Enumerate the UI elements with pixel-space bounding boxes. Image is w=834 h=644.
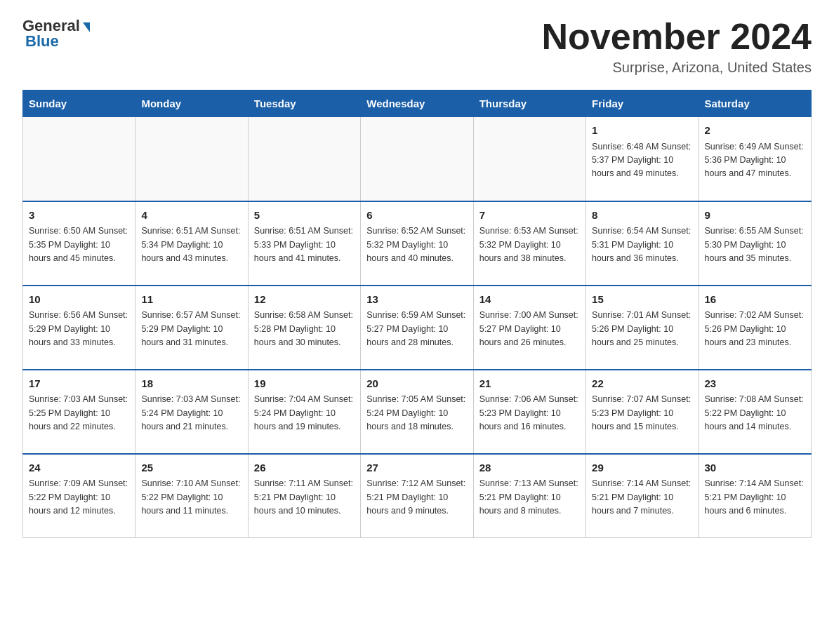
day-info: Sunrise: 6:51 AM Sunset: 5:33 PM Dayligh…: [254, 224, 355, 265]
calendar-cell: 5Sunrise: 6:51 AM Sunset: 5:33 PM Daylig…: [248, 201, 360, 286]
day-info: Sunrise: 7:14 AM Sunset: 5:21 PM Dayligh…: [592, 477, 692, 518]
day-info: Sunrise: 7:07 AM Sunset: 5:23 PM Dayligh…: [592, 393, 692, 434]
day-info: Sunrise: 7:13 AM Sunset: 5:21 PM Dayligh…: [479, 477, 580, 518]
day-number: 8: [592, 208, 692, 224]
calendar-cell: 1Sunrise: 6:48 AM Sunset: 5:37 PM Daylig…: [586, 117, 699, 201]
weekday-header-tuesday: Tuesday: [248, 90, 360, 117]
day-number: 4: [141, 208, 241, 224]
day-info: Sunrise: 7:11 AM Sunset: 5:21 PM Dayligh…: [254, 477, 355, 518]
calendar-cell: 23Sunrise: 7:08 AM Sunset: 5:22 PM Dayli…: [699, 370, 811, 454]
day-info: Sunrise: 6:55 AM Sunset: 5:30 PM Dayligh…: [705, 224, 805, 265]
day-number: 21: [479, 376, 580, 392]
day-info: Sunrise: 7:10 AM Sunset: 5:22 PM Dayligh…: [141, 477, 241, 518]
day-info: Sunrise: 6:58 AM Sunset: 5:28 PM Dayligh…: [254, 309, 355, 349]
calendar-week-row: 3Sunrise: 6:50 AM Sunset: 5:35 PM Daylig…: [23, 201, 812, 286]
calendar-cell: 27Sunrise: 7:12 AM Sunset: 5:21 PM Dayli…: [361, 454, 473, 538]
calendar-cell: 7Sunrise: 6:53 AM Sunset: 5:32 PM Daylig…: [473, 201, 585, 286]
weekday-header-saturday: Saturday: [699, 90, 811, 117]
calendar-cell: 11Sunrise: 6:57 AM Sunset: 5:29 PM Dayli…: [135, 286, 248, 370]
day-number: 9: [705, 208, 805, 224]
day-number: 14: [479, 292, 580, 308]
day-info: Sunrise: 6:48 AM Sunset: 5:37 PM Dayligh…: [592, 140, 692, 181]
calendar-table: SundayMondayTuesdayWednesdayThursdayFrid…: [22, 90, 812, 538]
day-number: 11: [141, 292, 241, 308]
day-info: Sunrise: 7:08 AM Sunset: 5:22 PM Dayligh…: [705, 393, 805, 434]
day-info: Sunrise: 6:51 AM Sunset: 5:34 PM Dayligh…: [141, 224, 241, 265]
day-number: 12: [254, 292, 355, 308]
day-number: 5: [254, 208, 355, 224]
calendar-week-row: 1Sunrise: 6:48 AM Sunset: 5:37 PM Daylig…: [23, 117, 812, 201]
calendar-cell: [248, 117, 360, 201]
day-number: 10: [29, 292, 129, 308]
calendar-cell: 21Sunrise: 7:06 AM Sunset: 5:23 PM Dayli…: [473, 370, 585, 454]
calendar-cell: 4Sunrise: 6:51 AM Sunset: 5:34 PM Daylig…: [135, 201, 248, 286]
day-info: Sunrise: 6:57 AM Sunset: 5:29 PM Dayligh…: [141, 309, 241, 349]
weekday-header-monday: Monday: [135, 90, 248, 117]
day-number: 30: [705, 460, 805, 476]
day-number: 13: [366, 292, 467, 308]
day-info: Sunrise: 6:56 AM Sunset: 5:29 PM Dayligh…: [29, 309, 129, 349]
calendar-cell: 17Sunrise: 7:03 AM Sunset: 5:25 PM Dayli…: [23, 370, 135, 454]
day-info: Sunrise: 7:02 AM Sunset: 5:26 PM Dayligh…: [705, 309, 805, 349]
calendar-cell: 18Sunrise: 7:03 AM Sunset: 5:24 PM Dayli…: [135, 370, 248, 454]
calendar-cell: 29Sunrise: 7:14 AM Sunset: 5:21 PM Dayli…: [586, 454, 699, 538]
day-number: 7: [479, 208, 580, 224]
day-info: Sunrise: 7:00 AM Sunset: 5:27 PM Dayligh…: [479, 309, 580, 349]
calendar-cell: 26Sunrise: 7:11 AM Sunset: 5:21 PM Dayli…: [248, 454, 360, 538]
logo-blue-text: Blue: [25, 32, 59, 51]
day-number: 28: [479, 460, 580, 476]
calendar-cell: 15Sunrise: 7:01 AM Sunset: 5:26 PM Dayli…: [586, 286, 699, 370]
calendar-cell: 16Sunrise: 7:02 AM Sunset: 5:26 PM Dayli…: [699, 286, 811, 370]
calendar-cell: 20Sunrise: 7:05 AM Sunset: 5:24 PM Dayli…: [361, 370, 473, 454]
calendar-cell: 28Sunrise: 7:13 AM Sunset: 5:21 PM Dayli…: [473, 454, 585, 538]
calendar-week-row: 24Sunrise: 7:09 AM Sunset: 5:22 PM Dayli…: [23, 454, 812, 538]
title-area: November 2024 Surprise, Arizona, United …: [542, 17, 812, 76]
day-number: 2: [705, 123, 805, 139]
weekday-header-row: SundayMondayTuesdayWednesdayThursdayFrid…: [23, 90, 812, 117]
calendar-cell: 8Sunrise: 6:54 AM Sunset: 5:31 PM Daylig…: [586, 201, 699, 286]
calendar-cell: 25Sunrise: 7:10 AM Sunset: 5:22 PM Dayli…: [135, 454, 248, 538]
day-number: 19: [254, 376, 355, 392]
day-info: Sunrise: 7:01 AM Sunset: 5:26 PM Dayligh…: [592, 309, 692, 349]
calendar-week-row: 17Sunrise: 7:03 AM Sunset: 5:25 PM Dayli…: [23, 370, 812, 454]
calendar-cell: 19Sunrise: 7:04 AM Sunset: 5:24 PM Dayli…: [248, 370, 360, 454]
day-info: Sunrise: 6:59 AM Sunset: 5:27 PM Dayligh…: [366, 309, 467, 349]
calendar-cell: 2Sunrise: 6:49 AM Sunset: 5:36 PM Daylig…: [699, 117, 811, 201]
day-number: 6: [366, 208, 467, 224]
day-info: Sunrise: 7:09 AM Sunset: 5:22 PM Dayligh…: [29, 477, 129, 518]
day-number: 16: [705, 292, 805, 308]
location-subtitle: Surprise, Arizona, United States: [542, 60, 812, 76]
day-number: 18: [141, 376, 241, 392]
calendar-cell: 30Sunrise: 7:14 AM Sunset: 5:21 PM Dayli…: [699, 454, 811, 538]
day-number: 23: [705, 376, 805, 392]
calendar-week-row: 10Sunrise: 6:56 AM Sunset: 5:29 PM Dayli…: [23, 286, 812, 370]
weekday-header-thursday: Thursday: [473, 90, 585, 117]
weekday-header-wednesday: Wednesday: [361, 90, 473, 117]
day-number: 20: [366, 376, 467, 392]
day-number: 17: [29, 376, 129, 392]
month-title: November 2024: [542, 17, 812, 57]
weekday-header-sunday: Sunday: [23, 90, 135, 117]
day-number: 1: [592, 123, 692, 139]
day-info: Sunrise: 7:06 AM Sunset: 5:23 PM Dayligh…: [479, 393, 580, 434]
day-number: 29: [592, 460, 692, 476]
day-number: 26: [254, 460, 355, 476]
day-number: 15: [592, 292, 692, 308]
logo: General Blue: [22, 17, 90, 51]
day-number: 25: [141, 460, 241, 476]
calendar-cell: 3Sunrise: 6:50 AM Sunset: 5:35 PM Daylig…: [23, 201, 135, 286]
day-info: Sunrise: 6:50 AM Sunset: 5:35 PM Dayligh…: [29, 224, 129, 265]
calendar-cell: [473, 117, 585, 201]
day-info: Sunrise: 7:12 AM Sunset: 5:21 PM Dayligh…: [366, 477, 467, 518]
weekday-header-friday: Friday: [586, 90, 699, 117]
calendar-cell: 24Sunrise: 7:09 AM Sunset: 5:22 PM Dayli…: [23, 454, 135, 538]
day-info: Sunrise: 7:03 AM Sunset: 5:25 PM Dayligh…: [29, 393, 129, 434]
calendar-cell: 12Sunrise: 6:58 AM Sunset: 5:28 PM Dayli…: [248, 286, 360, 370]
day-info: Sunrise: 6:53 AM Sunset: 5:32 PM Dayligh…: [479, 224, 580, 265]
day-info: Sunrise: 6:54 AM Sunset: 5:31 PM Dayligh…: [592, 224, 692, 265]
calendar-cell: [23, 117, 135, 201]
day-info: Sunrise: 6:49 AM Sunset: 5:36 PM Dayligh…: [705, 140, 805, 181]
logo-arrow-icon: [83, 22, 90, 32]
calendar-cell: 9Sunrise: 6:55 AM Sunset: 5:30 PM Daylig…: [699, 201, 811, 286]
calendar-cell: 10Sunrise: 6:56 AM Sunset: 5:29 PM Dayli…: [23, 286, 135, 370]
